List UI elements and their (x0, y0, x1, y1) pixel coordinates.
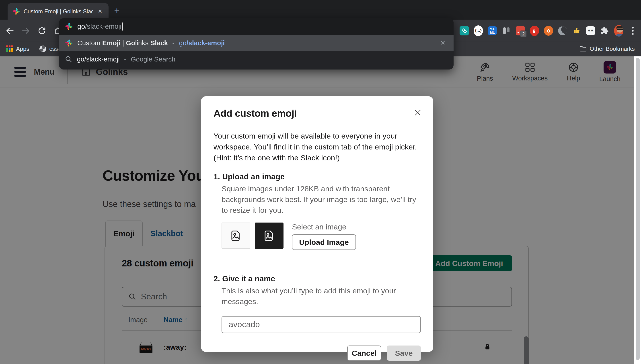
step2-title: 2. Give it a name (214, 274, 421, 283)
pause-bars-extension-icon[interactable] (502, 26, 511, 36)
step2-help: This is also what you’ll type to add thi… (222, 285, 421, 307)
stop-hand-extension-icon[interactable] (530, 26, 539, 36)
emoji-name-input[interactable]: avocado (222, 316, 421, 333)
saml-extension-icon[interactable]: SA ML (488, 26, 497, 36)
slack-favicon (65, 39, 73, 47)
suggestion-remove-icon[interactable]: ✕ (438, 39, 448, 46)
bookmark-apps[interactable]: Apps (6, 46, 29, 52)
modal-description: Your custom emoji will be available to e… (214, 130, 421, 163)
omnibox-autocomplete-text: /slack-emoji (85, 22, 122, 30)
other-bookmarks[interactable]: Other Bookmarks (572, 45, 635, 53)
back-icon[interactable] (5, 26, 15, 36)
suggestion-row-search[interactable]: go/slack-emoji - Google Search (59, 51, 454, 67)
other-bookmarks-label: Other Bookmarks (590, 46, 635, 52)
bug-extension-icon[interactable] (544, 26, 553, 36)
modal-title: Add custom emoji (214, 108, 297, 119)
upload-image-button[interactable]: Upload Image (292, 234, 356, 250)
save-button[interactable]: Save (387, 346, 421, 361)
folder-icon (579, 46, 587, 52)
new-tab-button[interactable]: + (114, 6, 120, 16)
page-content: Menu Golinks Plans Workspaces (0, 56, 634, 364)
browser-page-scrollbar[interactable] (634, 56, 641, 364)
bookmarks-separator (572, 45, 572, 53)
text-cursor (122, 22, 123, 30)
slack-favicon (65, 22, 73, 30)
bookmark-css[interactable]: css- (40, 46, 60, 52)
suggestion-title: Custom Emoji | Golinks Slack (77, 39, 168, 47)
thumbs-up-extension-icon[interactable] (572, 26, 581, 36)
add-custom-emoji-modal: Add custom emoji Your custom emoji will … (201, 96, 433, 352)
step1-title: 1. Upload an image (214, 172, 421, 181)
suggestion-separator: - (172, 39, 175, 47)
extension-badge: 2 (520, 30, 527, 37)
red-dots-extension-icon[interactable]: 2 (516, 26, 525, 36)
bookmark-label: Apps (16, 46, 29, 52)
suggestion-separator: - (124, 56, 126, 63)
omnibox-typed-text: go (77, 22, 85, 30)
select-image-label: Select an image (292, 222, 356, 231)
emoji-preview-dark (255, 222, 284, 249)
globe-icon (40, 46, 46, 52)
extensions-area: {…} SA ML (460, 20, 637, 42)
suggestion-row-page[interactable]: Custom Emoji | Golinks Slack - go/slack-… (59, 35, 454, 51)
forward-icon[interactable] (21, 26, 31, 36)
omnibox-input[interactable]: go/slack-emoji (59, 18, 454, 35)
password-manager-extension-icon[interactable]: ✱✱ (586, 26, 595, 36)
profile-avatar[interactable] (614, 26, 623, 36)
modal-close-icon[interactable] (413, 108, 422, 118)
tab-title: Custom Emoji | Golinks Slack (24, 8, 93, 15)
golinks-extension-icon[interactable] (460, 26, 469, 36)
browser-tab[interactable]: Custom Emoji | Golinks Slack ✕ (8, 3, 109, 20)
dark-mode-moon-icon[interactable] (558, 26, 567, 36)
browser-window: Custom Emoji | Golinks Slack ✕ + (0, 0, 641, 364)
emoji-preview-light (222, 222, 250, 249)
suggestion-url: go/slack-emoji (179, 39, 225, 47)
search-icon (65, 56, 73, 63)
suggestion-query: go/slack-emoji (77, 56, 120, 63)
suggestion-engine: Google Search (131, 56, 175, 63)
tab-strip: Custom Emoji | Golinks Slack ✕ + (0, 0, 641, 20)
tab-close-icon[interactable]: ✕ (97, 8, 104, 14)
json-brace-extension-icon[interactable]: {…} (474, 26, 483, 36)
apps-grid-icon (6, 46, 13, 52)
cancel-button[interactable]: Cancel (347, 346, 381, 361)
reload-icon[interactable] (37, 26, 47, 36)
page-scrollbar-thumb[interactable] (636, 58, 640, 360)
slack-favicon (13, 8, 20, 15)
step1-help: Square images under 128KB and with trans… (222, 183, 421, 216)
bookmark-label: css- (49, 46, 60, 52)
extensions-puzzle-icon[interactable] (600, 26, 609, 36)
chrome-menu-icon[interactable] (628, 26, 637, 36)
modal-divider (214, 265, 421, 265)
omnibox-dropdown: go/slack-emoji Custom Emoji | Golinks Sl… (59, 18, 454, 70)
